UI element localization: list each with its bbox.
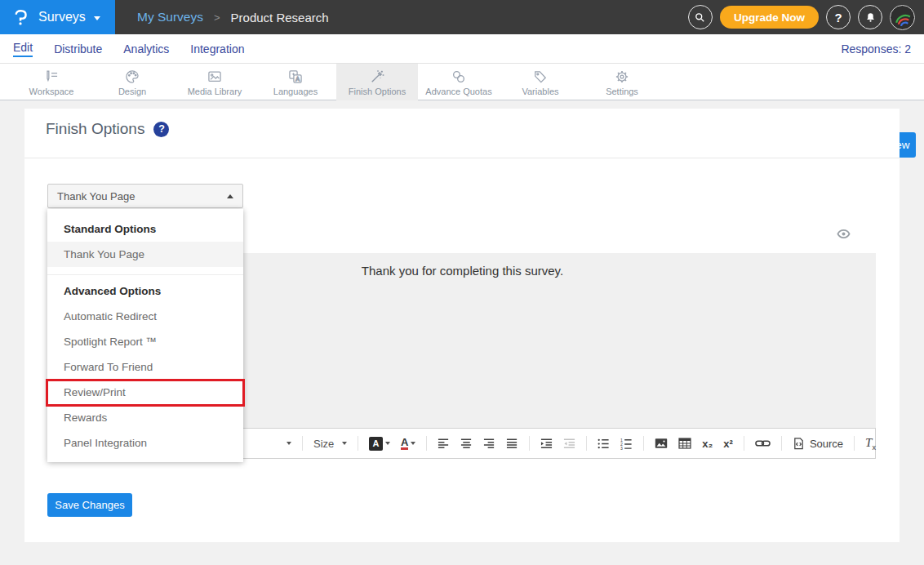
toolbar-separator — [529, 436, 530, 451]
chevron-down-icon — [94, 16, 100, 20]
menu-item-panel-integration[interactable]: Panel Integration — [47, 430, 243, 456]
superscript-glyph: x² — [723, 438, 733, 450]
background-color-button[interactable]: A — [369, 437, 390, 451]
menu-item-automatic-redirect[interactable]: Automatic Redirect — [47, 304, 243, 329]
product-label: Surveys — [38, 10, 86, 24]
subscript-glyph: x₂ — [702, 438, 713, 450]
breadcrumb-my-surveys[interactable]: My Surveys — [137, 10, 203, 24]
save-changes-button[interactable]: Save Changes — [47, 493, 132, 517]
insert-table-button[interactable] — [678, 437, 691, 450]
ribbon-label: Advance Quotas — [425, 87, 491, 96]
avatar-rainbow-icon — [892, 7, 913, 28]
ribbon-label: Media Library — [188, 87, 242, 96]
ribbon-label: Finish Options — [349, 87, 406, 96]
insert-link-button[interactable] — [755, 438, 771, 448]
justify-button[interactable] — [506, 438, 518, 450]
menu-item-label: Review/Print — [64, 386, 126, 398]
toolbar-separator — [643, 436, 644, 451]
tab-analytics[interactable]: Analytics — [123, 42, 169, 56]
chevron-down-icon — [385, 442, 390, 445]
toolbar-separator — [854, 436, 855, 451]
menu-item-review-print[interactable]: Review/Print — [47, 380, 243, 405]
ribbon-item-advance-quotas[interactable]: Advance Quotas — [418, 64, 500, 100]
help-button[interactable]: ? — [826, 5, 851, 29]
finish-options-menu: Standard Options Thank You Page Advanced… — [47, 209, 243, 462]
chevron-down-icon — [342, 442, 347, 445]
panel-title-row: Finish Options ? — [46, 120, 169, 138]
ribbon-item-variables[interactable]: Variables — [500, 64, 581, 100]
indent-button[interactable] — [540, 438, 553, 450]
account-avatar[interactable] — [890, 5, 915, 30]
topbar-actions: Upgrade Now ? — [688, 5, 924, 30]
finish-option-select[interactable]: Thank You Page — [47, 184, 243, 208]
align-left-button[interactable] — [438, 438, 450, 450]
align-center-button[interactable] — [460, 438, 473, 450]
preview-toggle-eye[interactable] — [837, 227, 851, 244]
outdent-button[interactable] — [563, 438, 575, 450]
bgcolor-icon: A — [369, 437, 383, 451]
chevron-down-icon — [411, 442, 415, 445]
ribbon-item-languages[interactable]: A Languages — [255, 64, 336, 100]
breadcrumb-current: Product Research — [231, 11, 329, 24]
ribbon-label: Settings — [606, 87, 638, 96]
chevron-down-icon — [287, 442, 291, 445]
page-title: Finish Options — [46, 120, 144, 138]
survey-nav: Edit Distribute Analytics Integration Re… — [0, 34, 924, 64]
workspace-icon — [43, 69, 60, 85]
chain-links-icon — [451, 69, 467, 85]
surveys-product-switcher[interactable]: Surveys — [0, 0, 115, 34]
responses-count: Responses: 2 — [841, 34, 911, 64]
align-right-button[interactable] — [483, 438, 495, 450]
upgrade-now-button[interactable]: Upgrade Now — [720, 6, 819, 29]
menu-group-advanced: Advanced Options Automatic Redirect Spot… — [47, 274, 243, 456]
tab-edit[interactable]: Edit — [13, 41, 33, 57]
source-button[interactable]: Source — [793, 437, 843, 450]
ribbon-item-design[interactable]: Design — [91, 64, 173, 100]
toolbar-separator — [358, 436, 358, 451]
source-label: Source — [810, 438, 843, 450]
bell-icon — [864, 11, 877, 24]
menu-item-rewards[interactable]: Rewards — [47, 405, 243, 430]
remove-format-icon: Tx — [865, 436, 876, 452]
thank-you-text: Thank you for completing this survey. — [362, 264, 563, 278]
text-color-button[interactable]: A — [401, 437, 415, 450]
ribbon-item-settings[interactable]: Settings — [581, 64, 663, 100]
ribbon-item-media-library[interactable]: Media Library — [174, 64, 255, 100]
magic-wand-icon — [369, 69, 385, 85]
breadcrumb-separator: > — [214, 11, 220, 24]
palette-icon — [124, 69, 140, 85]
textcolor-icon: A — [401, 437, 408, 450]
menu-item-spotlight-report[interactable]: Spotlight Report ™ — [47, 329, 243, 354]
font-dropdown[interactable] — [287, 442, 291, 445]
ribbon-label: Languages — [273, 87, 318, 96]
search-icon — [694, 11, 706, 24]
ribbon-item-workspace[interactable]: Workspace — [11, 64, 92, 100]
menu-item-thank-you-page[interactable]: Thank You Page — [47, 242, 243, 267]
divider — [24, 158, 900, 158]
remove-format-button[interactable]: Tx — [865, 436, 876, 452]
bulleted-list-button[interactable] — [597, 438, 610, 450]
search-button[interactable] — [688, 5, 713, 29]
toolbar-separator — [586, 436, 587, 451]
menu-item-forward-to-friend[interactable]: Forward To Friend — [47, 354, 243, 380]
toolbar-separator — [781, 436, 782, 451]
toolbar-separator — [302, 436, 303, 451]
numbered-list-button[interactable]: 123 — [620, 438, 633, 450]
finish-options-panel: Finish Options ? Thank You Page Thank yo… — [24, 109, 900, 542]
svg-text:A: A — [295, 76, 300, 82]
insert-image-button[interactable] — [655, 437, 668, 450]
ribbon-item-finish-options[interactable]: Finish Options — [336, 64, 418, 100]
select-value: Thank You Page — [57, 190, 135, 202]
toolbar-separator — [426, 436, 427, 451]
help-icon[interactable]: ? — [153, 122, 169, 137]
ribbon-label: Workspace — [29, 87, 74, 96]
breadcrumb: My Surveys > Product Research — [137, 10, 329, 24]
tab-distribute[interactable]: Distribute — [54, 42, 102, 56]
superscript-button[interactable]: x² — [723, 438, 733, 450]
notifications-button[interactable] — [858, 5, 882, 29]
subscript-button[interactable]: x₂ — [702, 438, 713, 450]
size-dropdown[interactable]: Size — [313, 438, 347, 450]
tab-integration[interactable]: Integration — [190, 42, 244, 56]
ribbon-label: Variables — [522, 87, 558, 96]
tag-icon — [532, 69, 549, 85]
